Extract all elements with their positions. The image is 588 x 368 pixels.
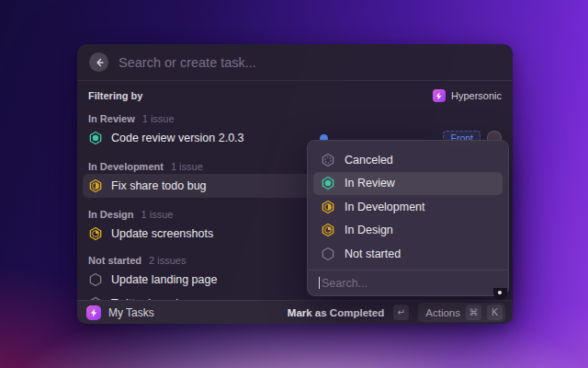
- filtering-by-label: Filtering by: [88, 90, 142, 101]
- return-keycap: ↵: [393, 305, 409, 320]
- footer-actions: Mark as Completed ↵ Actions ⌘ K: [288, 303, 505, 322]
- task-title: Fix share todo bug: [111, 179, 207, 192]
- status-dropdown: Canceled In Review In Development In Des…: [307, 140, 509, 296]
- text-caret: [319, 277, 320, 289]
- dropdown-search-placeholder: Search...: [322, 277, 368, 290]
- back-button[interactable]: [89, 52, 108, 72]
- mark-completed-button[interactable]: Mark as Completed: [288, 307, 384, 318]
- status-in-review-icon: [88, 131, 103, 145]
- hypersonic-logo-icon: [433, 89, 446, 102]
- section-count: 1 issue: [141, 209, 174, 220]
- section-label: In Design: [88, 209, 134, 220]
- status-in-design-icon: [88, 226, 103, 241]
- status-in-development-icon: [321, 200, 335, 214]
- dropdown-option-label: In Review: [345, 177, 395, 190]
- footer-context: My Tasks: [86, 305, 154, 320]
- task-title: Code review version 2.0.3: [111, 132, 244, 144]
- section-label: Not started: [88, 255, 141, 266]
- workspace-badge[interactable]: Hypersonic: [433, 89, 502, 102]
- dropdown-option-label: Canceled: [345, 154, 393, 167]
- dropdown-option-in-review[interactable]: In Review: [313, 172, 503, 196]
- status-not-started-icon: [88, 272, 103, 287]
- my-tasks-label: My Tasks: [108, 306, 154, 319]
- workspace-name: Hypersonic: [451, 90, 502, 101]
- dropdown-option-not-started[interactable]: Not started: [313, 242, 503, 266]
- k-keycap: K: [487, 305, 503, 320]
- search-bar: [77, 44, 513, 81]
- section-count: 2 issues: [149, 255, 186, 266]
- filter-header: Filtering by Hypersonic: [88, 86, 502, 106]
- status-in-development-icon: [88, 178, 103, 193]
- my-tasks-icon: [86, 305, 101, 320]
- dropdown-option-canceled[interactable]: Canceled: [313, 148, 503, 172]
- footer-bar: My Tasks Mark as Completed ↵ Actions ⌘ K: [77, 300, 513, 324]
- dropdown-option-label: In Development: [345, 201, 425, 213]
- section-count: 1 issue: [142, 113, 175, 124]
- dropdown-option-label: Not started: [345, 247, 401, 260]
- dropdown-option-in-design[interactable]: In Design: [313, 219, 503, 243]
- arrow-left-icon: [94, 57, 105, 68]
- cmd-keycap: ⌘: [466, 305, 481, 320]
- section-label: In Development: [88, 161, 164, 172]
- section-header-in-review: In Review 1 issue: [88, 111, 502, 126]
- status-canceled-icon: [321, 153, 335, 167]
- dropdown-option-in-development[interactable]: In Development: [313, 195, 503, 219]
- status-in-review-icon: [321, 176, 335, 190]
- task-title: Update landing page: [111, 273, 217, 286]
- dropdown-search-input[interactable]: Search...: [308, 270, 508, 295]
- dropdown-option-label: In Design: [345, 224, 393, 236]
- status-not-started-icon: [321, 247, 335, 261]
- actions-button[interactable]: Actions ⌘ K: [418, 303, 505, 322]
- section-label: In Review: [88, 113, 135, 124]
- actions-label: Actions: [425, 307, 460, 318]
- task-title: Update screenshots: [111, 227, 213, 240]
- section-count: 1 issue: [171, 161, 203, 172]
- search-input[interactable]: [119, 55, 501, 70]
- status-in-design-icon: [321, 223, 335, 237]
